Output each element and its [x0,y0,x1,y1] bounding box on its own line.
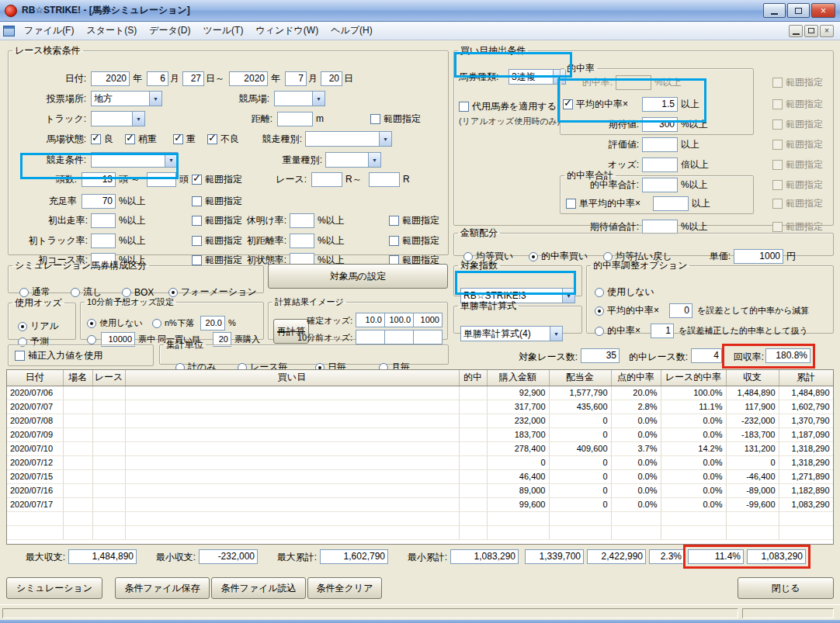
table-row[interactable]: 2020/07/06 92,900 1,577,790 20.0% 100.0%… [7,386,833,400]
menu-window[interactable]: ウィンドウ(W) [249,22,325,40]
correction-checkbox[interactable]: 補正入力値を使用 [15,348,102,363]
single-avg-hit-rate-checkbox[interactable]: 単平均的中率× [566,196,640,211]
table-row[interactable]: 2020/07/08 232,000 0 0.0% 0.0% -232,000 … [7,414,833,427]
radio-button[interactable] [18,322,27,331]
range-checkbox[interactable]: 範囲指定 [772,97,823,112]
date-from-year-input[interactable]: 2020 [91,71,130,86]
radio-button[interactable] [87,319,96,328]
race-type-select[interactable]: ▼ [305,131,392,147]
menu-help[interactable]: ヘルプ(H) [325,22,379,40]
col-header-amount[interactable]: 購入金額 [487,370,549,386]
date-from-month-input[interactable]: 6 [147,71,168,86]
chevron-down-icon[interactable]: ▼ [368,153,380,167]
save-condition-button[interactable]: 条件ファイル保存 [115,577,210,599]
radio-button[interactable] [71,288,80,297]
mdi-restore-button[interactable] [804,25,818,37]
radio-button[interactable] [595,306,604,316]
col-header-cum[interactable]: 累計 [779,370,833,386]
rest-range-checkbox[interactable]: 範囲指定 [389,213,439,228]
range-checkbox[interactable]: 範囲指定 [772,117,823,132]
checkbox[interactable] [772,199,783,209]
first-distance-range-checkbox[interactable]: 範囲指定 [389,234,439,248]
table-row[interactable]: 2020/07/17 99,600 0 0.0% 0.0% -99,600 1,… [7,497,833,511]
radio-button[interactable] [19,288,29,297]
chevron-down-icon[interactable]: ▼ [149,92,161,106]
radio-button[interactable] [152,319,161,328]
fulfillment-range-checkbox[interactable]: 範囲指定 [192,194,242,209]
checkbox[interactable] [772,160,783,170]
hit-rate-sum-input[interactable] [642,178,678,192]
col-header-pt-rate[interactable]: 点的中率 [611,370,661,386]
first-distance-rate-input[interactable] [290,234,314,248]
checkbox[interactable] [389,216,399,226]
track-select[interactable]: ▼ [91,111,145,126]
minimize-button[interactable] [763,3,786,18]
checkbox[interactable] [566,199,576,209]
mdi-minimize-button[interactable] [789,25,803,37]
place-select[interactable]: 地方▼ [91,91,162,106]
chevron-down-icon[interactable]: ▼ [312,92,325,106]
weight-type-select[interactable]: ▼ [325,152,381,168]
going-heavy-checkbox[interactable]: 重 [173,132,196,147]
mdi-close-button[interactable]: × [820,25,834,37]
checkbox[interactable] [192,236,202,246]
col-header-buy[interactable]: 買い目 [125,370,459,386]
col-header-date[interactable]: 日付 [7,370,63,386]
checkbox[interactable] [459,102,469,112]
fixed-odds-input-2[interactable]: 100.0 [384,313,414,327]
col-header-place[interactable]: 場名 [63,370,92,386]
adjust-hit-input[interactable]: 1 [651,324,674,338]
going-slightly-heavy-checkbox[interactable]: 稍重 [125,132,157,147]
adjust-avg-radio[interactable]: 平均的中率× [595,303,659,318]
race-no-to-input[interactable] [369,172,400,187]
avg-hit-rate-checkbox[interactable]: 平均的中率× [563,97,628,112]
checkbox[interactable] [772,119,783,130]
close-dialog-button[interactable]: 閉じる [738,577,834,599]
table-row[interactable]: 2020/07/09 183,700 0 0.0% 0.0% -183,700 … [7,427,833,441]
first-track-rate-input[interactable] [91,234,116,248]
heads-range-checkbox[interactable]: 範囲指定 [192,172,242,187]
heads-from-input[interactable]: 13 [82,172,116,187]
maximize-button[interactable] [787,3,810,18]
checkbox[interactable] [772,180,783,190]
race-condition-select[interactable]: ▼ [91,152,178,168]
fixed-odds-input-1[interactable]: 10.0 [356,313,385,327]
checkbox[interactable] [772,78,783,88]
date-to-day-input[interactable]: 20 [321,71,342,86]
col-header-race-rate[interactable]: レース的中率 [661,370,726,386]
checkbox[interactable] [207,134,217,144]
checkbox[interactable] [389,236,399,246]
heads-to-input[interactable] [147,172,176,187]
date-to-year-input[interactable]: 2020 [229,71,268,86]
checkbox[interactable] [15,351,25,361]
simulate-button[interactable]: シミュレーション [6,577,102,599]
date-from-day-input[interactable]: 27 [182,71,204,86]
checkbox[interactable] [370,114,380,124]
pre10-drop-input[interactable]: 20.0 [200,316,225,331]
checkbox[interactable] [91,134,101,144]
adjust-hit-radio[interactable]: 的中率× [595,324,640,338]
single-avg-hit-rate-input[interactable] [653,196,689,211]
menu-tools[interactable]: ツール(T) [197,22,250,40]
chevron-down-icon[interactable]: ▼ [132,112,144,126]
checkbox[interactable] [173,134,183,144]
table-row[interactable] [7,525,833,539]
going-bad-checkbox[interactable]: 不良 [207,132,239,147]
menu-data[interactable]: データ(D) [143,22,196,40]
adjust-avg-input[interactable]: 0 [669,303,692,318]
checkbox[interactable] [772,140,783,150]
range-checkbox[interactable]: 範囲指定 [772,75,823,90]
chevron-down-icon[interactable]: ▼ [550,327,562,341]
fulfillment-input[interactable]: 70 [82,194,116,209]
chevron-down-icon[interactable]: ▼ [165,153,177,167]
table-row[interactable]: 2020/07/15 46,400 0 0.0% 0.0% -46,400 1,… [7,469,833,483]
range-checkbox[interactable]: 範囲指定 [772,137,823,152]
checkbox[interactable] [563,99,573,109]
load-condition-button[interactable]: 条件ファイル読込 [211,577,306,599]
evaluation-input[interactable] [642,137,678,152]
going-good-checkbox[interactable]: 良 [91,132,113,147]
table-row[interactable]: 2020/07/16 89,000 0 0.0% 0.0% -89,000 1,… [7,483,833,497]
col-header-race[interactable]: レース [92,370,125,386]
clear-all-button[interactable]: 条件全クリア [307,577,382,599]
col-header-payout[interactable]: 配当金 [549,370,611,386]
